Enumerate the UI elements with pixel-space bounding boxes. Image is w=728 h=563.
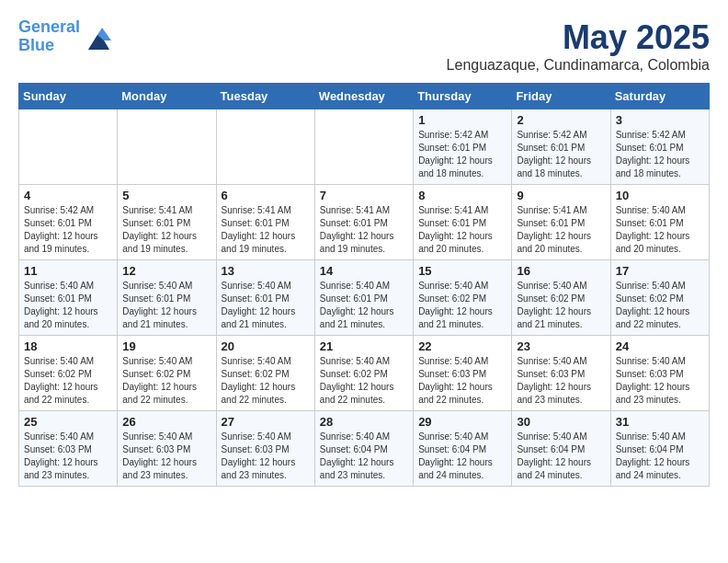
day-cell: 27Sunrise: 5:40 AM Sunset: 6:03 PM Dayli…: [216, 411, 314, 487]
day-info: Sunrise: 5:40 AM Sunset: 6:01 PM Dayligh…: [616, 204, 704, 256]
day-info: Sunrise: 5:40 AM Sunset: 6:02 PM Dayligh…: [24, 355, 112, 407]
day-cell: 4Sunrise: 5:42 AM Sunset: 6:01 PM Daylig…: [19, 185, 118, 260]
day-number: 16: [517, 264, 605, 278]
day-number: 30: [517, 415, 605, 429]
day-info: Sunrise: 5:40 AM Sunset: 6:03 PM Dayligh…: [122, 431, 210, 482]
day-cell: 20Sunrise: 5:40 AM Sunset: 6:02 PM Dayli…: [216, 336, 314, 411]
day-number: 1: [418, 113, 506, 127]
day-cell: 14Sunrise: 5:40 AM Sunset: 6:01 PM Dayli…: [314, 260, 413, 336]
day-number: 29: [418, 415, 506, 429]
day-cell: 1Sunrise: 5:42 AM Sunset: 6:01 PM Daylig…: [414, 109, 512, 185]
day-cell: 11Sunrise: 5:40 AM Sunset: 6:01 PM Dayli…: [19, 260, 118, 336]
day-cell: 19Sunrise: 5:40 AM Sunset: 6:02 PM Dayli…: [118, 336, 216, 411]
day-cell: 24Sunrise: 5:40 AM Sunset: 6:03 PM Dayli…: [610, 336, 709, 411]
day-info: Sunrise: 5:41 AM Sunset: 6:01 PM Dayligh…: [222, 204, 310, 256]
day-cell: 6Sunrise: 5:41 AM Sunset: 6:01 PM Daylig…: [216, 185, 314, 260]
day-info: Sunrise: 5:40 AM Sunset: 6:04 PM Dayligh…: [418, 431, 506, 482]
day-number: 31: [616, 415, 704, 429]
day-number: 20: [222, 339, 310, 353]
day-number: 7: [320, 189, 408, 202]
day-cell: 21Sunrise: 5:40 AM Sunset: 6:02 PM Dayli…: [314, 336, 413, 411]
day-info: Sunrise: 5:40 AM Sunset: 6:03 PM Dayligh…: [517, 355, 605, 407]
day-info: Sunrise: 5:40 AM Sunset: 6:02 PM Dayligh…: [616, 280, 704, 331]
day-header-sunday: Sunday: [19, 84, 118, 109]
day-number: 8: [418, 189, 506, 202]
day-cell: 18Sunrise: 5:40 AM Sunset: 6:02 PM Dayli…: [19, 336, 118, 411]
calendar-table: SundayMondayTuesdayWednesdayThursdayFrid…: [18, 83, 710, 487]
day-cell: 28Sunrise: 5:40 AM Sunset: 6:04 PM Dayli…: [314, 411, 413, 487]
day-info: Sunrise: 5:40 AM Sunset: 6:02 PM Dayligh…: [122, 355, 210, 407]
day-info: Sunrise: 5:40 AM Sunset: 6:01 PM Dayligh…: [222, 280, 310, 331]
day-info: Sunrise: 5:40 AM Sunset: 6:04 PM Dayligh…: [517, 431, 605, 482]
day-number: 15: [418, 264, 506, 278]
day-cell: 31Sunrise: 5:40 AM Sunset: 6:04 PM Dayli…: [610, 411, 709, 487]
day-number: 23: [517, 339, 605, 353]
day-number: 11: [24, 264, 112, 278]
day-info: Sunrise: 5:42 AM Sunset: 6:01 PM Dayligh…: [616, 129, 704, 180]
day-number: 24: [616, 339, 704, 353]
day-cell: 8Sunrise: 5:41 AM Sunset: 6:01 PM Daylig…: [414, 185, 512, 260]
week-row-5: 25Sunrise: 5:40 AM Sunset: 6:03 PM Dayli…: [19, 411, 710, 487]
day-number: 22: [418, 339, 506, 353]
day-cell: [216, 109, 314, 185]
day-info: Sunrise: 5:40 AM Sunset: 6:03 PM Dayligh…: [222, 431, 310, 482]
day-info: Sunrise: 5:41 AM Sunset: 6:01 PM Dayligh…: [517, 204, 605, 256]
day-header-thursday: Thursday: [414, 84, 512, 109]
day-info: Sunrise: 5:40 AM Sunset: 6:02 PM Dayligh…: [418, 280, 506, 331]
day-cell: [19, 109, 118, 185]
day-info: Sunrise: 5:41 AM Sunset: 6:01 PM Dayligh…: [122, 204, 210, 256]
day-header-monday: Monday: [118, 84, 216, 109]
day-info: Sunrise: 5:42 AM Sunset: 6:01 PM Dayligh…: [418, 129, 506, 180]
day-cell: [118, 109, 216, 185]
day-header-saturday: Saturday: [610, 84, 709, 109]
logo-icon: [84, 24, 111, 50]
day-number: 17: [616, 264, 704, 278]
day-info: Sunrise: 5:41 AM Sunset: 6:01 PM Dayligh…: [320, 204, 408, 256]
day-info: Sunrise: 5:40 AM Sunset: 6:04 PM Dayligh…: [320, 431, 408, 482]
header-row: SundayMondayTuesdayWednesdayThursdayFrid…: [19, 84, 710, 109]
logo-text: General Blue: [18, 18, 80, 55]
day-header-friday: Friday: [512, 84, 610, 109]
day-number: 9: [517, 189, 605, 202]
day-info: Sunrise: 5:42 AM Sunset: 6:01 PM Dayligh…: [517, 129, 605, 180]
day-number: 2: [517, 113, 605, 127]
day-number: 10: [616, 189, 704, 202]
day-cell: [314, 109, 413, 185]
day-cell: 17Sunrise: 5:40 AM Sunset: 6:02 PM Dayli…: [610, 260, 709, 336]
day-number: 18: [24, 339, 112, 353]
day-number: 26: [122, 415, 210, 429]
day-cell: 12Sunrise: 5:40 AM Sunset: 6:01 PM Dayli…: [118, 260, 216, 336]
day-cell: 26Sunrise: 5:40 AM Sunset: 6:03 PM Dayli…: [118, 411, 216, 487]
day-cell: 3Sunrise: 5:42 AM Sunset: 6:01 PM Daylig…: [610, 109, 709, 185]
day-info: Sunrise: 5:40 AM Sunset: 6:01 PM Dayligh…: [320, 280, 408, 331]
day-cell: 16Sunrise: 5:40 AM Sunset: 6:02 PM Dayli…: [512, 260, 610, 336]
day-number: 12: [122, 264, 210, 278]
title-area: May 2025 Lenguazaque, Cundinamarca, Colo…: [447, 18, 710, 74]
day-cell: 5Sunrise: 5:41 AM Sunset: 6:01 PM Daylig…: [118, 185, 216, 260]
day-info: Sunrise: 5:40 AM Sunset: 6:01 PM Dayligh…: [122, 280, 210, 331]
day-cell: 29Sunrise: 5:40 AM Sunset: 6:04 PM Dayli…: [414, 411, 512, 487]
day-number: 19: [122, 339, 210, 353]
day-number: 27: [222, 415, 310, 429]
day-info: Sunrise: 5:40 AM Sunset: 6:02 PM Dayligh…: [222, 355, 310, 407]
week-row-2: 4Sunrise: 5:42 AM Sunset: 6:01 PM Daylig…: [19, 185, 710, 260]
day-cell: 15Sunrise: 5:40 AM Sunset: 6:02 PM Dayli…: [414, 260, 512, 336]
day-header-tuesday: Tuesday: [216, 84, 314, 109]
day-number: 13: [222, 264, 310, 278]
day-cell: 2Sunrise: 5:42 AM Sunset: 6:01 PM Daylig…: [512, 109, 610, 185]
day-info: Sunrise: 5:40 AM Sunset: 6:03 PM Dayligh…: [616, 355, 704, 407]
logo: General Blue: [18, 18, 111, 55]
day-cell: 23Sunrise: 5:40 AM Sunset: 6:03 PM Dayli…: [512, 336, 610, 411]
day-cell: 10Sunrise: 5:40 AM Sunset: 6:01 PM Dayli…: [610, 185, 709, 260]
day-cell: 13Sunrise: 5:40 AM Sunset: 6:01 PM Dayli…: [216, 260, 314, 336]
day-number: 28: [320, 415, 408, 429]
day-info: Sunrise: 5:40 AM Sunset: 6:04 PM Dayligh…: [616, 431, 704, 482]
day-info: Sunrise: 5:40 AM Sunset: 6:02 PM Dayligh…: [320, 355, 408, 407]
logo-line1: General: [18, 17, 80, 36]
month-title: May 2025: [447, 18, 710, 57]
day-info: Sunrise: 5:40 AM Sunset: 6:02 PM Dayligh…: [517, 280, 605, 331]
day-cell: 7Sunrise: 5:41 AM Sunset: 6:01 PM Daylig…: [314, 185, 413, 260]
day-cell: 25Sunrise: 5:40 AM Sunset: 6:03 PM Dayli…: [19, 411, 118, 487]
day-header-wednesday: Wednesday: [314, 84, 413, 109]
day-number: 14: [320, 264, 408, 278]
